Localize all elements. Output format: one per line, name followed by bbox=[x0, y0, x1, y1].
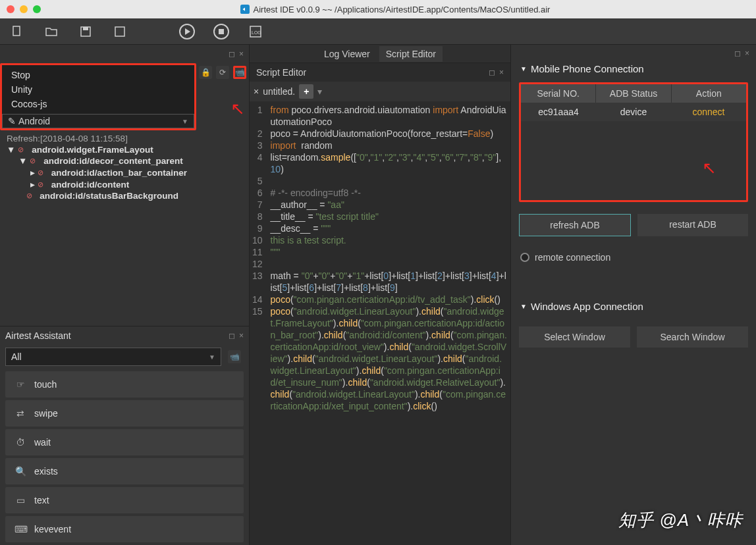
svg-text:LOG: LOG bbox=[252, 30, 261, 35]
close-file-icon[interactable]: × bbox=[254, 86, 259, 97]
open-folder-icon[interactable] bbox=[41, 21, 62, 42]
record-icon[interactable]: 📹 bbox=[233, 66, 246, 79]
swipe-icon: ⇄ bbox=[14, 408, 26, 419]
tree-node[interactable]: ⊘ android:id/statusBarBackground bbox=[7, 190, 242, 201]
col-serial: Serial NO. bbox=[521, 84, 596, 103]
edit-icon: ✎ bbox=[8, 116, 16, 126]
poco-mode-dropdown-selected[interactable]: ✎ Android ▼ bbox=[2, 114, 194, 128]
file-tabs: × untitled. + ▾ bbox=[250, 82, 510, 101]
col-adb-status: ADB Status bbox=[596, 84, 671, 103]
kevevent-icon: ⌨ bbox=[14, 524, 26, 534]
close-panel-icon[interactable]: × bbox=[239, 49, 244, 59]
main-toolbar: LOG bbox=[0, 18, 756, 45]
titlebar: Airtest IDE v0.0.9 ~~ /Applications/Airt… bbox=[0, 0, 756, 18]
airtest-assistant-panel: Airtest Assistant ◻× All▼ 📹 ☞touch⇄swipe… bbox=[0, 326, 249, 545]
assistant-item-exists[interactable]: 🔍exists bbox=[5, 458, 244, 484]
save-as-icon[interactable] bbox=[109, 21, 130, 42]
radio-icon[interactable] bbox=[520, 253, 529, 262]
poco-panel-header: ◻× bbox=[0, 45, 249, 63]
assistant-item-swipe[interactable]: ⇄swipe bbox=[5, 400, 244, 427]
select-window-button[interactable]: Select Window bbox=[519, 326, 630, 348]
poco-toolbar: 🔒 ⟳ 📹 bbox=[196, 63, 249, 82]
code-editor[interactable]: 123456789101112131415 from poco.drivers.… bbox=[250, 101, 510, 545]
svg-rect-4 bbox=[115, 27, 124, 36]
assistant-title: Airtest Assistant bbox=[5, 330, 71, 341]
restart-adb-button[interactable]: restart ADB bbox=[637, 214, 748, 236]
tab-overflow-icon[interactable]: ▾ bbox=[317, 86, 322, 97]
file-tab[interactable]: untitled. bbox=[263, 86, 295, 97]
text-icon: ▭ bbox=[14, 495, 26, 506]
svg-rect-1 bbox=[13, 26, 20, 36]
device-row: ec91aaa4 device connect bbox=[521, 103, 746, 121]
refresh-icon[interactable]: ⟳ bbox=[216, 66, 229, 79]
ui-hierarchy-tree[interactable]: Refresh:[2018-04-08 11:15:58] ▼ ⊘ androi… bbox=[0, 130, 249, 204]
center-tabs: Log Viewer Script Editor bbox=[250, 45, 510, 63]
detach-icon[interactable]: ◻ bbox=[489, 68, 495, 77]
detach-icon[interactable]: ◻ bbox=[229, 49, 235, 59]
tree-root[interactable]: ▼ ⊘ android.widget.FrameLayout bbox=[7, 144, 242, 155]
window-title: Airtest IDE v0.0.9 ~~ /Applications/Airt… bbox=[41, 5, 749, 14]
window-controls bbox=[7, 5, 41, 13]
dropdown-option-cocosjs[interactable]: Cocos-js bbox=[11, 97, 185, 111]
close-panel-icon[interactable]: × bbox=[499, 68, 504, 77]
refresh-adb-button[interactable]: refresh ADB bbox=[519, 214, 631, 236]
save-icon[interactable] bbox=[75, 21, 96, 42]
search-window-button[interactable]: Search Window bbox=[637, 326, 748, 348]
tree-node[interactable]: ▸ ⊘ android:id/content bbox=[7, 178, 242, 190]
tab-script-editor[interactable]: Script Editor bbox=[379, 46, 443, 62]
stop-icon[interactable] bbox=[211, 21, 232, 42]
device-status: device bbox=[596, 103, 671, 121]
lock-icon[interactable]: 🔒 bbox=[199, 66, 212, 79]
script-editor-header: Script Editor ◻× bbox=[250, 63, 510, 82]
camera-icon[interactable]: 📹 bbox=[228, 350, 241, 363]
chevron-down-icon: ▼ bbox=[182, 118, 188, 125]
dropdown-option-stop[interactable]: Stop bbox=[11, 68, 185, 82]
chevron-down-icon: ▼ bbox=[209, 353, 215, 361]
assistant-item-touch[interactable]: ☞touch bbox=[5, 371, 244, 398]
close-window-icon[interactable] bbox=[7, 5, 14, 13]
device-table: Serial NO. ADB Status Action ec91aaa4 de… bbox=[519, 82, 748, 202]
tree-node[interactable]: ▼ ⊘ android:id/decor_content_parent bbox=[7, 155, 242, 167]
poco-mode-dropdown-list[interactable]: Stop Unity Cocos-js bbox=[2, 65, 194, 114]
mobile-connection-title: ▼Mobile Phone Connection bbox=[518, 58, 749, 80]
assistant-item-text[interactable]: ▭text bbox=[5, 487, 244, 513]
assistant-item-kevevent[interactable]: ⌨kevevent bbox=[5, 516, 244, 542]
device-serial: ec91aaa4 bbox=[521, 103, 596, 121]
minimize-window-icon[interactable] bbox=[20, 5, 28, 13]
watermark: 知乎 @A丶咔咔 bbox=[618, 509, 743, 532]
close-panel-icon[interactable]: × bbox=[745, 49, 749, 58]
tree-node[interactable]: ▸ ⊘ android:id/action_bar_container bbox=[7, 167, 242, 178]
maximize-window-icon[interactable] bbox=[33, 5, 41, 13]
windows-connection-title: ▼Windows App Connection bbox=[518, 296, 749, 317]
app-icon bbox=[240, 5, 250, 14]
wait-icon: ⏱ bbox=[14, 437, 26, 448]
detach-icon[interactable]: ◻ bbox=[229, 331, 235, 340]
close-panel-icon[interactable]: × bbox=[239, 331, 244, 340]
log-icon[interactable]: LOG bbox=[245, 21, 266, 42]
add-tab-button[interactable]: + bbox=[299, 84, 313, 99]
touch-icon: ☞ bbox=[14, 379, 26, 390]
svg-rect-3 bbox=[83, 27, 88, 30]
svg-rect-7 bbox=[219, 29, 224, 34]
new-file-icon[interactable] bbox=[7, 21, 28, 42]
col-action: Action bbox=[672, 84, 746, 103]
detach-icon[interactable]: ◻ bbox=[734, 49, 741, 58]
run-icon[interactable] bbox=[176, 21, 198, 42]
dropdown-option-unity[interactable]: Unity bbox=[11, 82, 185, 97]
assistant-item-wait[interactable]: ⏱wait bbox=[5, 429, 244, 455]
refresh-timestamp: Refresh:[2018-04-08 11:15:58] bbox=[7, 133, 242, 144]
assistant-filter-dropdown[interactable]: All▼ bbox=[5, 348, 221, 366]
exists-icon: 🔍 bbox=[14, 466, 26, 477]
connect-button[interactable]: connect bbox=[671, 103, 746, 121]
remote-connection-option[interactable]: remote connection bbox=[518, 246, 749, 269]
tab-log-viewer[interactable]: Log Viewer bbox=[317, 46, 377, 62]
poco-mode-dropdown-box: Stop Unity Cocos-js ✎ Android ▼ bbox=[0, 63, 196, 130]
